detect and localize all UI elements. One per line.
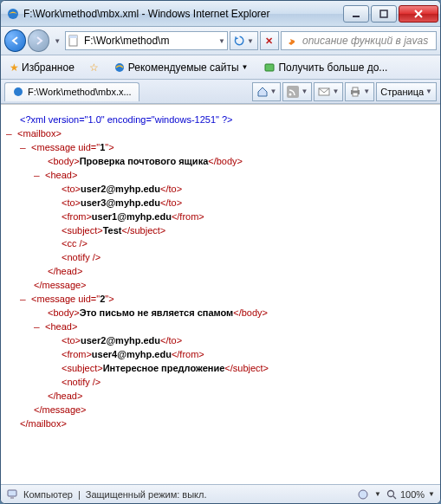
suggested-sites-addstar[interactable]: ☆: [85, 59, 103, 76]
svg-point-17: [387, 490, 393, 496]
favorites-label: Избранное: [22, 61, 75, 74]
mail-button[interactable]: ▼: [314, 82, 343, 101]
svg-point-16: [359, 490, 367, 499]
get-more-link[interactable]: Получить больше до...: [258, 58, 392, 77]
address-bar: ▼: [65, 31, 228, 50]
star-add-icon: ☆: [89, 61, 99, 74]
search-input[interactable]: [301, 34, 432, 48]
minimize-button[interactable]: [343, 5, 369, 23]
svg-rect-4: [69, 36, 77, 38]
home-button[interactable]: ▼: [252, 82, 282, 101]
ie-tab-icon: [12, 86, 24, 98]
status-computer: Компьютер: [23, 489, 73, 500]
computer-icon: [6, 488, 18, 501]
address-dropdown-icon[interactable]: ▼: [218, 37, 225, 45]
page-label: Страница: [380, 87, 424, 97]
zoom-icon: [386, 489, 397, 500]
svg-point-7: [14, 87, 23, 96]
file-icon: [68, 35, 80, 47]
svg-rect-6: [265, 64, 274, 71]
svg-line-18: [393, 496, 396, 499]
svg-rect-12: [353, 87, 358, 91]
tree-toggle[interactable]: –: [20, 141, 29, 155]
zoom-value: 100%: [400, 489, 425, 500]
svg-point-0: [8, 9, 18, 19]
chevron-down-icon: ▼: [242, 63, 249, 71]
tab-active[interactable]: F:\Work\method\mbx.x...: [4, 82, 139, 101]
recommended-label: Рекомендуемые сайты: [128, 61, 239, 74]
content-area[interactable]: <?xml version="1.0" encoding="windows-12…: [1, 104, 440, 484]
tree-toggle[interactable]: –: [20, 293, 29, 307]
status-sep: |: [78, 489, 81, 500]
favorites-bar: ★ Избранное ☆ Рекомендуемые сайты ▼ Полу…: [1, 55, 440, 80]
stop-button[interactable]: ✕: [260, 31, 279, 50]
back-button[interactable]: [4, 29, 26, 52]
command-bar: ▼ ▼ ▼ ▼ Страница▼: [252, 82, 437, 101]
search-box: [281, 31, 437, 50]
tree-toggle[interactable]: –: [34, 169, 42, 183]
svg-rect-1: [353, 16, 360, 17]
svg-rect-2: [380, 10, 387, 17]
status-protected: Защищенный режим: выкл.: [86, 489, 207, 500]
nav-history-dropdown[interactable]: ▼: [51, 29, 63, 52]
favorites-button[interactable]: ★ Избранное: [4, 58, 80, 77]
window: F:\Work\method\mbx.xml - Windows Interne…: [0, 0, 441, 504]
close-button[interactable]: [399, 5, 438, 23]
page-menu-button[interactable]: Страница▼: [376, 82, 437, 101]
refresh-button[interactable]: ▼: [230, 31, 258, 50]
feeds-button[interactable]: ▼: [282, 82, 312, 101]
slice-icon: [263, 61, 276, 74]
window-buttons: [341, 5, 438, 23]
tree-toggle[interactable]: –: [34, 320, 42, 334]
window-title: F:\Work\method\mbx.xml - Windows Interne…: [23, 8, 341, 20]
ie-icon: [6, 7, 20, 21]
tab-label: F:\Work\method\mbx.x...: [28, 87, 132, 97]
star-icon: ★: [10, 61, 19, 74]
get-more-label: Получить больше до...: [278, 61, 387, 74]
zone-icon: [357, 488, 369, 501]
tab-bar: F:\Work\method\mbx.x... ▼ ▼ ▼ ▼ Страница…: [1, 80, 440, 104]
ie-small-icon: [113, 61, 126, 74]
svg-point-9: [289, 93, 292, 95]
tree-toggle[interactable]: –: [6, 127, 15, 141]
svg-rect-13: [353, 93, 358, 96]
print-button[interactable]: ▼: [345, 82, 374, 101]
zoom-dropdown[interactable]: ▼: [428, 490, 435, 498]
address-input[interactable]: [82, 34, 216, 48]
maximize-button[interactable]: [371, 5, 397, 23]
zoom-control[interactable]: 100% ▼: [386, 489, 435, 500]
svg-rect-15: [10, 497, 14, 499]
svg-rect-14: [8, 490, 16, 496]
zone-dropdown[interactable]: ▼: [374, 490, 381, 498]
status-bar: Компьютер | Защищенный режим: выкл. ▼ 10…: [1, 484, 440, 503]
forward-button[interactable]: [28, 29, 49, 52]
recommended-sites-link[interactable]: Рекомендуемые сайты ▼: [108, 58, 254, 77]
title-bar: F:\Work\method\mbx.xml - Windows Interne…: [1, 1, 440, 27]
bing-icon: [285, 35, 297, 47]
nav-toolbar: ▼ ▼ ▼ ✕: [1, 27, 440, 55]
